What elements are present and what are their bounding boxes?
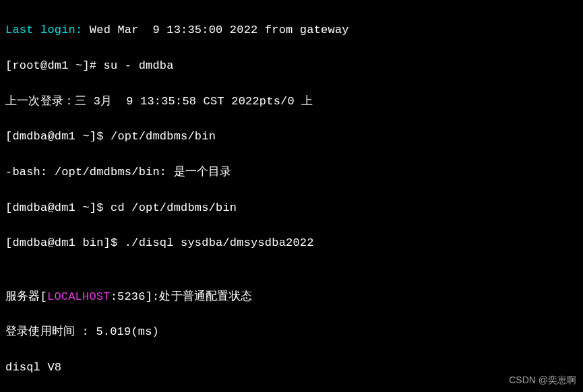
server-status-line: 服务器[LOCALHOST:5236]:处于普通配置状态 — [5, 288, 578, 306]
last-login-label: Last login: — [5, 24, 82, 36]
prompt-cd-bin: [dmdba@dm1 ~]$ cd /opt/dmdbms/bin — [5, 199, 578, 217]
prompt-root-su: [root@dm1 ~]# su - dmdba — [5, 57, 578, 75]
last-login-info: Wed Mar 9 13:35:00 2022 from gateway — [82, 24, 348, 36]
disql-version: disql V8 — [5, 359, 578, 377]
login-time: 登录使用时间 : 5.019(ms) — [5, 323, 578, 341]
last-login-line: Last login: Wed Mar 9 13:35:00 2022 from… — [5, 22, 578, 39]
server-label-suffix: :5236]:处于普通配置状态 — [111, 290, 252, 303]
csdn-watermark: CSDN @奕崽啊 — [509, 373, 576, 388]
prompt-disql: [dmdba@dm1 bin]$ ./disql sysdba/dmsysdba… — [5, 234, 578, 252]
server-label-prefix: 服务器[ — [5, 290, 47, 303]
prompt-dmdba-bin: [dmdba@dm1 ~]$ /opt/dmdbms/bin — [5, 128, 578, 145]
bash-error-dir: -bash: /opt/dmdbms/bin: 是一个目录 — [5, 164, 578, 181]
last-login-cn: 上一次登录：三 3月 9 13:35:58 CST 2022pts/0 上 — [5, 93, 578, 110]
server-host: LOCALHOST — [47, 290, 111, 303]
terminal-output[interactable]: Last login: Wed Mar 9 13:35:00 2022 from… — [5, 4, 578, 392]
